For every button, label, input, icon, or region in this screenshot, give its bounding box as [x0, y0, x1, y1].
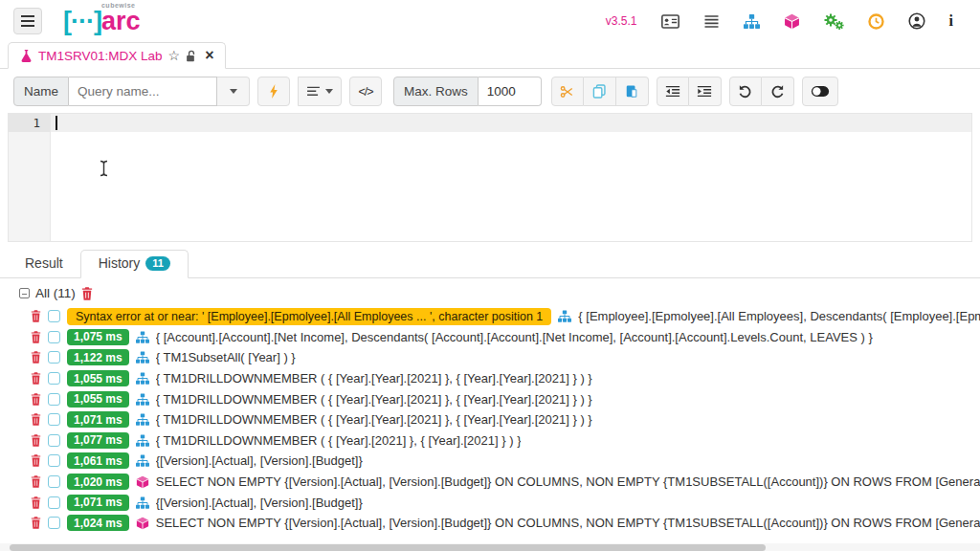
copy-button[interactable]: [584, 77, 616, 106]
sitemap-icon: [136, 372, 149, 385]
trash-icon[interactable]: [31, 351, 41, 364]
row-badge: 1,055 ms: [67, 370, 129, 386]
row-checkbox[interactable]: [48, 475, 60, 488]
row-checkbox[interactable]: [48, 372, 60, 385]
row-badge: 1,055 ms: [67, 391, 129, 408]
sitemap-icon[interactable]: [744, 14, 760, 29]
paste-button[interactable]: [616, 77, 649, 106]
close-icon[interactable]: ×: [205, 48, 213, 63]
scrollbar-thumb[interactable]: [10, 544, 766, 551]
collapse-icon[interactable]: [19, 288, 30, 298]
max-rows-label: Max. Rows: [393, 77, 479, 106]
logo-brackets: [···]: [63, 9, 101, 34]
format-button[interactable]: [298, 77, 342, 106]
outdent-button[interactable]: [657, 77, 689, 106]
trash-icon[interactable]: [31, 331, 41, 343]
row-checkbox[interactable]: [48, 413, 60, 426]
indent-button[interactable]: [689, 77, 722, 106]
history-row[interactable]: 1,024 ms SELECT NON EMPTY {[Version].[Ac…: [0, 513, 980, 534]
sitemap-icon: [136, 496, 149, 509]
id-card-icon[interactable]: [661, 14, 679, 29]
row-checkbox[interactable]: [48, 434, 60, 447]
history-row-text: {[Version].[Actual], [Version].[Budget]}: [156, 453, 363, 468]
row-checkbox[interactable]: [48, 351, 60, 364]
history-row[interactable]: 1,020 ms SELECT NON EMPTY {[Version].[Ac…: [0, 472, 980, 493]
history-row[interactable]: 1,077 ms { TM1DRILLDOWNMEMBER ( { [Year]…: [0, 430, 980, 452]
query-name-group: Name: [13, 77, 250, 106]
gears-icon[interactable]: [824, 13, 844, 30]
undo-icon: [738, 84, 752, 99]
row-badge: 1,024 ms: [67, 515, 129, 531]
undo-button[interactable]: [729, 77, 762, 106]
editor-body[interactable]: [51, 114, 971, 241]
trash-icon[interactable]: [31, 393, 41, 406]
query-name-input[interactable]: [69, 77, 217, 106]
history-row[interactable]: 1,055 ms { TM1DRILLDOWNMEMBER ( { [Year]…: [0, 388, 980, 409]
history-group-label: All (11): [35, 286, 76, 300]
horizontal-scrollbar[interactable]: [0, 543, 980, 551]
row-checkbox[interactable]: [48, 517, 60, 529]
trash-all-icon[interactable]: [81, 287, 93, 300]
clock-icon[interactable]: [868, 13, 884, 30]
max-rows-group: Max. Rows: [393, 77, 542, 106]
unlock-icon[interactable]: [186, 50, 197, 62]
indent-icon: [697, 85, 712, 98]
trash-icon[interactable]: [31, 372, 41, 385]
max-rows-input[interactable]: [479, 77, 542, 106]
trash-icon[interactable]: [31, 475, 41, 488]
row-badge: 1,061 ms: [67, 452, 129, 469]
trash-icon[interactable]: [31, 517, 41, 529]
row-checkbox[interactable]: [48, 331, 60, 343]
tab-title: TM1SRV01:MDX Lab: [38, 49, 163, 63]
code-view-button[interactable]: </>: [349, 77, 382, 106]
redo-button[interactable]: [762, 77, 794, 106]
text-cursor: [56, 116, 57, 130]
redo-icon: [770, 84, 785, 99]
execute-button[interactable]: [257, 77, 290, 106]
trash-icon[interactable]: [31, 310, 41, 322]
star-icon[interactable]: ☆: [168, 49, 181, 62]
history-row[interactable]: 1,071 ms {[Version].[Actual], [Version].…: [0, 492, 980, 513]
outdent-icon: [665, 85, 680, 98]
history-row[interactable]: 1,055 ms { TM1DRILLDOWNMEMBER ( { [Year]…: [0, 368, 980, 389]
menu-icon[interactable]: [13, 8, 42, 34]
history-row[interactable]: 1,122 ms { TM1SubsetAll( [Year] ) }: [0, 347, 980, 368]
info-icon[interactable]: i: [949, 12, 953, 30]
logo-arc: cubewisearc: [101, 9, 141, 34]
query-dropdown-button[interactable]: [217, 77, 250, 106]
user-icon[interactable]: [908, 12, 925, 30]
sitemap-icon: [136, 393, 149, 406]
sitemap-icon: [136, 413, 149, 426]
row-badge: 1,071 ms: [67, 495, 129, 511]
trash-icon[interactable]: [31, 496, 41, 509]
row-checkbox[interactable]: [48, 454, 60, 467]
mdx-editor[interactable]: 1: [8, 113, 972, 242]
history-row[interactable]: 1,075 ms { [Account].[Account].[Net Inco…: [0, 327, 980, 348]
version-label: v3.5.1: [606, 14, 637, 28]
history-row[interactable]: 1,071 ms { TM1DRILLDOWNMEMBER ( { [Year]…: [0, 409, 980, 430]
row-badge: 1,071 ms: [67, 411, 129, 428]
row-checkbox[interactable]: [48, 310, 60, 322]
scissors-icon: [560, 85, 574, 99]
sitemap-icon: [136, 351, 149, 364]
tab-result[interactable]: Result: [8, 251, 80, 277]
tab-history[interactable]: History 11: [80, 250, 189, 278]
history-row[interactable]: Syntax error at or near: ' [Employee].[E…: [0, 306, 980, 327]
theme-toggle-button[interactable]: [802, 77, 838, 106]
history-row[interactable]: 1,061 ms {[Version].[Actual], [Version].…: [0, 451, 980, 472]
cube-icon[interactable]: [784, 13, 800, 30]
flask-icon: [20, 49, 33, 62]
row-checkbox[interactable]: [48, 496, 60, 509]
tab-mdx-lab[interactable]: TM1SRV01:MDX Lab ☆ ×: [8, 42, 226, 69]
trash-icon[interactable]: [31, 434, 41, 447]
line-number: 1: [9, 114, 50, 132]
trash-icon[interactable]: [31, 454, 41, 467]
tab-history-label: History: [99, 255, 141, 271]
list-icon[interactable]: [703, 14, 720, 28]
row-checkbox[interactable]: [48, 393, 60, 406]
cut-button[interactable]: [551, 77, 584, 106]
history-row-text: SELECT NON EMPTY {[Version].[Actual], [V…: [156, 474, 980, 489]
trash-icon[interactable]: [31, 413, 41, 426]
history-row-text: { [Account].[Account].[Net Income], Desc…: [156, 330, 873, 344]
sitemap-icon: [136, 331, 149, 343]
